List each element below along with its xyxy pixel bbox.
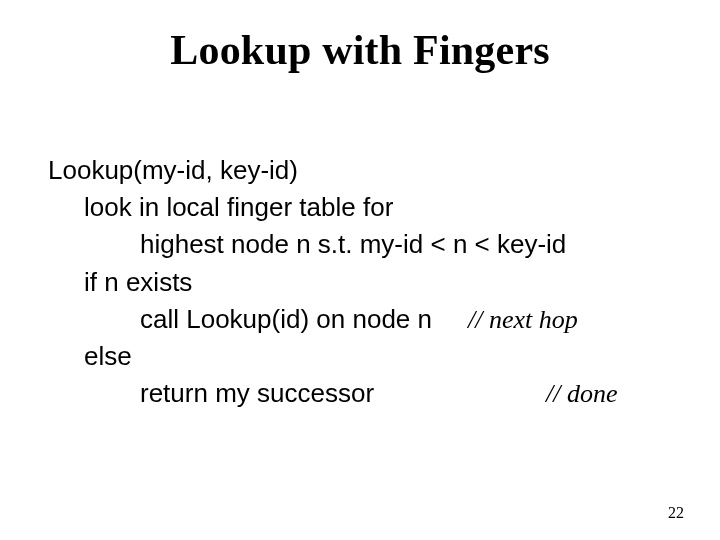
slide: Lookup with Fingers Lookup(my-id, key-id… <box>0 0 720 540</box>
code-text: Lookup(my-id, key-id) <box>48 152 298 189</box>
code-text: else <box>84 338 132 375</box>
code-line-look: look in local finger table for <box>48 189 672 226</box>
code-text: look in local finger table for <box>84 189 393 226</box>
code-line-highest: highest node n s.t. my-id < n < key-id <box>48 226 672 263</box>
code-comment-done: // done <box>546 375 618 412</box>
code-text: return my successor <box>140 375 510 412</box>
code-text: highest node n s.t. my-id < n < key-id <box>140 226 566 263</box>
code-line-signature: Lookup(my-id, key-id) <box>48 152 672 189</box>
code-text: call Lookup(id) on node n <box>140 301 432 338</box>
page-number: 22 <box>668 504 684 522</box>
pseudocode-block: Lookup(my-id, key-id) look in local fing… <box>48 152 672 412</box>
code-comment-next-hop: // next hop <box>468 301 578 338</box>
slide-title: Lookup with Fingers <box>48 26 672 74</box>
code-line-else: else <box>48 338 672 375</box>
code-text: if n exists <box>84 264 192 301</box>
code-line-call: call Lookup(id) on node n // next hop <box>48 301 672 338</box>
code-line-return: return my successor // done <box>48 375 672 412</box>
code-line-if: if n exists <box>48 264 672 301</box>
